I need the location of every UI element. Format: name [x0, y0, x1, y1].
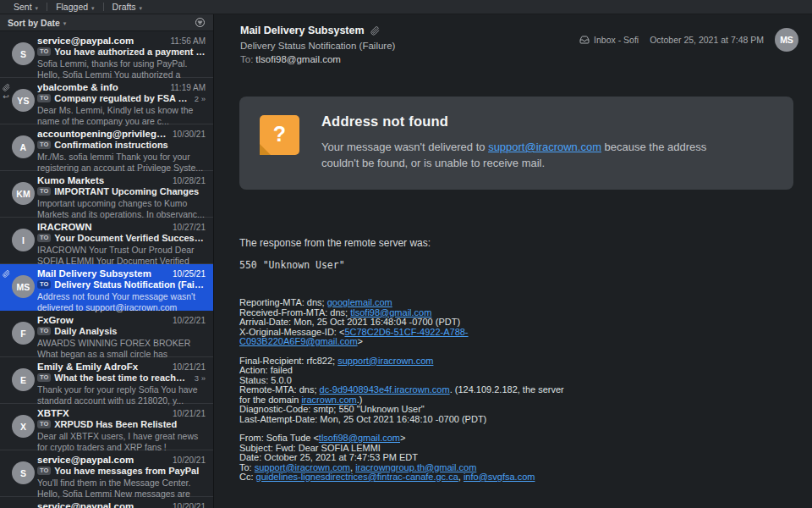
thread-count: 2 »	[195, 94, 206, 103]
header-text: >	[358, 336, 363, 346]
message-row-subject: TO Your Document Verified Successfully	[37, 233, 206, 243]
message-row-subject: TO Delivery Status Notification (Failure…	[37, 279, 206, 290]
notice-body: Your message wasn't delivered to support…	[321, 139, 710, 171]
message-list-item[interactable]: ↩ YS ybalcombe & info 11:19 AM TO Compan…	[0, 78, 213, 124]
email-link[interactable]: iracrowngroup.th@gmail.com	[355, 462, 476, 472]
message-subject: Confirmation instructions	[54, 140, 206, 150]
message-subject: Daily Analysis	[54, 326, 206, 336]
message-sender: FxGrow	[37, 315, 167, 325]
message-row-subject: TO You have messages from PayPal	[37, 466, 206, 476]
email-link[interactable]: tlsofi98@gmail.com	[350, 307, 431, 318]
email-link[interactable]: tlsofi98@gmail.com	[319, 433, 400, 443]
sort-by-date-control[interactable]: Sort by Date ▾	[8, 18, 66, 28]
message-sender: service@paypal.com	[37, 501, 167, 508]
message-row-top: accountopening@privilegesy... 10/30/21	[37, 129, 206, 139]
avatar: YS	[12, 89, 35, 112]
message-sender: service@paypal.com	[37, 455, 167, 465]
detail-date: October 25, 2021 at 7:48 PM	[650, 35, 764, 45]
detail-sender: Mail Delivery Subsystem	[240, 25, 365, 36]
email-link[interactable]: googlemail.com	[327, 297, 392, 307]
message-list-item[interactable]: S service@paypal.com 11:56 AM TO You hav…	[0, 31, 213, 78]
avatar: S	[12, 461, 35, 484]
to-badge: TO	[37, 187, 51, 196]
message-sender: Mail Delivery Subsystem	[37, 268, 167, 279]
header-text: Received-From-MTA: dns;	[239, 307, 350, 318]
message-list-item[interactable]: I IRACROWN 10/27/21 TO Your Document Ver…	[0, 218, 213, 264]
chevron-down-icon: ▾	[36, 4, 39, 10]
message-list-item[interactable]: A accountopening@privilegesy... 10/30/21…	[0, 124, 213, 171]
email-link[interactable]: iracrown.com	[301, 395, 356, 405]
message-date: 10/27/21	[173, 223, 206, 232]
header-line: Cc: guidelines-lignesdirectrices@fintrac…	[239, 472, 568, 483]
message-row-top: service@paypal.com 11:56 AM	[37, 36, 206, 46]
to-badge: TO	[37, 141, 51, 149]
tab-sent-label: Sent	[14, 2, 32, 12]
message-date: 10/20/21	[173, 502, 206, 508]
message-date: 10/30/21	[173, 130, 206, 139]
detail-to-address[interactable]: tlsofi98@gmail.com	[255, 54, 341, 64]
message-subject: XRPUSD Has Been Relisted	[54, 419, 206, 429]
message-list-item[interactable]: KM Kumo Markets 10/28/21 TO IMPORTANT Up…	[0, 171, 213, 218]
message-date: 10/28/21	[173, 176, 206, 185]
question-mark: ?	[273, 122, 286, 146]
message-subject: You have messages from PayPal	[54, 466, 206, 476]
message-subject: IMPORTANT Upcoming Changes	[54, 186, 206, 196]
message-date: 10/21/21	[173, 362, 206, 372]
gutter: ↩	[1, 84, 11, 101]
header-text: To:	[239, 462, 255, 472]
tab-flagged-label: Flagged	[56, 2, 88, 12]
filter-button[interactable]	[195, 17, 206, 28]
tech-group: From: Sofia Tude <tlsofi98@gmail.com>Sub…	[239, 433, 568, 483]
message-list-item[interactable]: X XBTFX 10/21/21 TO XRPUSD Has Been Reli…	[0, 404, 213, 450]
message-subject: Your Document Verified Successfully	[54, 233, 206, 243]
message-row-top: Emily & Emily AdroFx 10/21/21	[37, 362, 206, 372]
message-list-item[interactable]: MS Mail Delivery Subsystem 10/25/21 TO D…	[0, 264, 213, 311]
to-badge: TO	[37, 94, 51, 102]
to-badge: TO	[37, 373, 51, 382]
message-subject: You have authorized a payment to 2...	[54, 47, 206, 57]
mailbox-indicator: Inbox - Sofi	[579, 35, 639, 45]
email-link[interactable]: support@iracrown.com	[337, 356, 433, 366]
header-text: Last-Attempt-Date: Mon, 25 Oct 2021 16:4…	[239, 414, 486, 424]
email-link[interactable]: support@iracrown.com	[255, 462, 350, 472]
list-sort-bar: Sort by Date ▾	[0, 14, 213, 31]
message-row-top: ybalcombe & info 11:19 AM	[37, 82, 206, 92]
paperclip-icon	[3, 84, 10, 91]
tab-sent[interactable]: Sent ▾	[5, 0, 47, 14]
tab-drafts[interactable]: Drafts ▾	[104, 0, 151, 14]
avatar: E	[12, 368, 35, 391]
message-date: 11:19 AM	[170, 83, 206, 92]
tab-flagged[interactable]: Flagged ▾	[47, 0, 102, 14]
message-list-item[interactable]: S service@paypal.com 10/20/21 TO You hav…	[0, 450, 213, 497]
message-row-subject: TO IMPORTANT Upcoming Changes	[37, 186, 206, 196]
header-text: Date: October 25, 2021 at 7:47:53 PM EDT	[239, 452, 418, 462]
message-subject: Delivery Status Notification (Failure)	[54, 279, 206, 290]
header-text: Subject: Fwd: Dear SOFIA LEMMI	[239, 443, 381, 453]
to-badge: TO	[37, 280, 51, 289]
header-text: From: Sofia Tude <	[239, 433, 319, 443]
gutter	[1, 270, 11, 278]
chevron-down-icon: ▾	[140, 4, 143, 10]
message-sender: XBTFX	[37, 408, 167, 418]
email-link[interactable]: support@iracrown.com	[488, 141, 601, 153]
header-text: Diagnostic-Code: smtp; 550 "Unknown User…	[239, 404, 425, 414]
detail-avatar: MS	[775, 28, 798, 52]
message-list-item[interactable]: E Emily & Emily AdroFx 10/21/21 TO What …	[0, 357, 213, 404]
message-row-subject: TO Confirmation instructions	[37, 140, 206, 150]
email-link[interactable]: guidelines-lignesdirectrices@fintrac-can…	[256, 472, 458, 482]
notice-content: Address not found Your message wasn't de…	[321, 113, 710, 171]
email-link[interactable]: info@svgfsa.com	[464, 472, 535, 482]
message-list-item[interactable]: F FxGrow 10/22/21 TO Daily Analysis AWAR…	[0, 311, 213, 357]
header-text: Final-Recipient: rfc822;	[239, 356, 337, 366]
header-text: Reporting-MTA: dns;	[239, 297, 327, 307]
detail-subject: Delivery Status Notification (Failure)	[240, 41, 395, 51]
email-link[interactable]: dc-9d9408943e4f.iracrown.com	[320, 384, 450, 395]
chevron-down-icon: ▾	[63, 20, 67, 26]
message-row-top: Mail Delivery Subsystem 10/25/21	[37, 268, 206, 279]
mailbox-name: Inbox - Sofi	[594, 35, 639, 45]
message-list-item[interactable]: S service@paypal.com 10/20/21 TO	[0, 497, 213, 508]
question-note-icon: ?	[260, 115, 299, 155]
avatar: F	[12, 322, 35, 345]
header-text: Arrival-Date: Mon, 25 Oct 2021 16:48:04 …	[239, 317, 460, 327]
to-badge: TO	[37, 234, 51, 242]
